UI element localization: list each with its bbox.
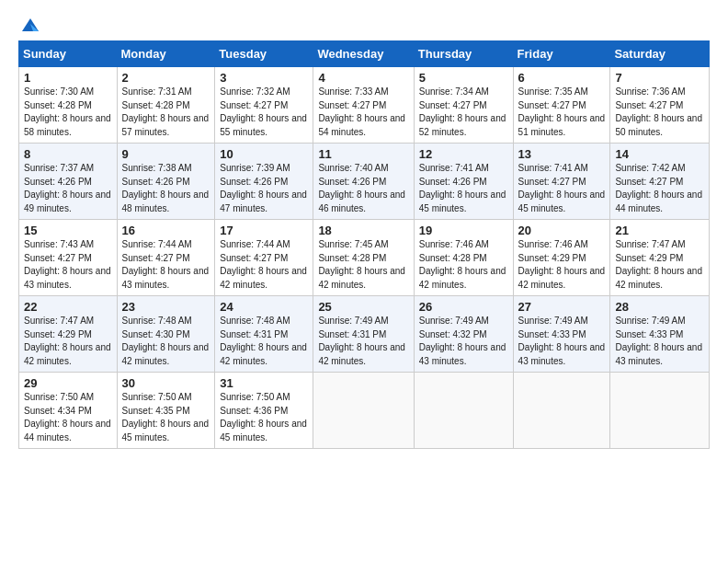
day-number: 26 [419,300,508,314]
calendar-cell: 22 Sunrise: 7:47 AM Sunset: 4:29 PM Dayl… [19,296,118,373]
day-info: Sunrise: 7:49 AM Sunset: 4:32 PM Dayligh… [419,315,508,368]
calendar-cell: 25 Sunrise: 7:49 AM Sunset: 4:31 PM Dayl… [313,296,414,373]
day-info: Sunrise: 7:49 AM Sunset: 4:33 PM Dayligh… [518,315,606,368]
calendar-cell [610,373,710,449]
day-number: 4 [318,71,408,85]
day-info: Sunrise: 7:31 AM Sunset: 4:28 PM Dayligh… [122,86,210,139]
calendar-cell: 24 Sunrise: 7:48 AM Sunset: 4:31 PM Dayl… [215,296,313,373]
day-info: Sunrise: 7:36 AM Sunset: 4:27 PM Dayligh… [615,86,704,139]
day-info: Sunrise: 7:47 AM Sunset: 4:29 PM Dayligh… [24,315,112,368]
weekday-header-thursday: Thursday [414,41,513,67]
calendar-cell: 5 Sunrise: 7:34 AM Sunset: 4:27 PM Dayli… [414,67,513,144]
day-info: Sunrise: 7:35 AM Sunset: 4:27 PM Dayligh… [518,86,606,139]
day-number: 19 [419,224,508,237]
calendar: SundayMondayTuesdayWednesdayThursdayFrid… [18,40,710,449]
day-info: Sunrise: 7:49 AM Sunset: 4:31 PM Dayligh… [318,315,408,368]
day-number: 20 [518,224,606,237]
day-number: 30 [122,376,210,390]
weekday-header-friday: Friday [513,41,610,67]
day-number: 6 [518,71,606,85]
weekday-header-row: SundayMondayTuesdayWednesdayThursdayFrid… [19,41,710,67]
day-number: 14 [615,147,704,161]
day-number: 11 [318,147,408,161]
day-number: 1 [24,71,112,85]
weekday-header-saturday: Saturday [610,41,710,67]
weekday-header-monday: Monday [117,41,215,67]
day-number: 15 [24,224,112,237]
day-info: Sunrise: 7:46 AM Sunset: 4:29 PM Dayligh… [518,238,606,292]
day-info: Sunrise: 7:34 AM Sunset: 4:27 PM Dayligh… [419,86,508,139]
day-number: 2 [122,71,210,85]
day-info: Sunrise: 7:44 AM Sunset: 4:27 PM Dayligh… [122,238,210,292]
day-info: Sunrise: 7:39 AM Sunset: 4:26 PM Dayligh… [220,162,308,215]
calendar-cell: 7 Sunrise: 7:36 AM Sunset: 4:27 PM Dayli… [610,67,710,144]
calendar-week-row: 8 Sunrise: 7:37 AM Sunset: 4:26 PM Dayli… [19,144,710,220]
calendar-cell [513,373,610,449]
calendar-cell: 27 Sunrise: 7:49 AM Sunset: 4:33 PM Dayl… [513,296,610,373]
calendar-cell: 6 Sunrise: 7:35 AM Sunset: 4:27 PM Dayli… [513,67,610,144]
day-info: Sunrise: 7:38 AM Sunset: 4:26 PM Dayligh… [122,162,210,215]
day-info: Sunrise: 7:32 AM Sunset: 4:27 PM Dayligh… [220,86,308,139]
calendar-cell: 1 Sunrise: 7:30 AM Sunset: 4:28 PM Dayli… [19,67,118,144]
calendar-week-row: 1 Sunrise: 7:30 AM Sunset: 4:28 PM Dayli… [19,67,710,144]
day-info: Sunrise: 7:50 AM Sunset: 4:34 PM Dayligh… [24,391,112,444]
calendar-cell: 8 Sunrise: 7:37 AM Sunset: 4:26 PM Dayli… [19,144,118,220]
calendar-cell: 13 Sunrise: 7:41 AM Sunset: 4:27 PM Dayl… [513,144,610,220]
weekday-header-sunday: Sunday [19,41,118,67]
day-info: Sunrise: 7:33 AM Sunset: 4:27 PM Dayligh… [318,86,408,139]
calendar-week-row: 22 Sunrise: 7:47 AM Sunset: 4:29 PM Dayl… [19,296,710,373]
day-number: 22 [24,300,112,314]
calendar-week-row: 29 Sunrise: 7:50 AM Sunset: 4:34 PM Dayl… [19,373,710,449]
day-info: Sunrise: 7:40 AM Sunset: 4:26 PM Dayligh… [318,162,408,215]
day-info: Sunrise: 7:48 AM Sunset: 4:30 PM Dayligh… [122,315,210,368]
day-number: 9 [122,147,210,161]
calendar-cell [414,373,513,449]
day-number: 23 [122,300,210,314]
day-number: 7 [615,71,704,85]
day-number: 16 [122,224,210,237]
day-number: 13 [518,147,606,161]
day-info: Sunrise: 7:50 AM Sunset: 4:35 PM Dayligh… [122,391,210,444]
calendar-cell: 9 Sunrise: 7:38 AM Sunset: 4:26 PM Dayli… [117,144,215,220]
page: SundayMondayTuesdayWednesdayThursdayFrid… [0,0,728,563]
calendar-cell: 10 Sunrise: 7:39 AM Sunset: 4:26 PM Dayl… [215,144,313,220]
calendar-cell: 19 Sunrise: 7:46 AM Sunset: 4:28 PM Dayl… [414,220,513,296]
day-number: 21 [615,224,704,237]
day-info: Sunrise: 7:37 AM Sunset: 4:26 PM Dayligh… [24,162,112,215]
calendar-cell [313,373,414,449]
day-number: 29 [24,376,112,390]
day-info: Sunrise: 7:48 AM Sunset: 4:31 PM Dayligh… [220,315,308,368]
day-info: Sunrise: 7:43 AM Sunset: 4:27 PM Dayligh… [24,238,112,292]
day-number: 8 [24,147,112,161]
day-info: Sunrise: 7:41 AM Sunset: 4:27 PM Dayligh… [518,162,606,215]
day-info: Sunrise: 7:30 AM Sunset: 4:28 PM Dayligh… [24,86,112,139]
day-info: Sunrise: 7:44 AM Sunset: 4:27 PM Dayligh… [220,238,308,292]
calendar-cell: 21 Sunrise: 7:47 AM Sunset: 4:29 PM Dayl… [610,220,710,296]
calendar-cell: 15 Sunrise: 7:43 AM Sunset: 4:27 PM Dayl… [19,220,118,296]
calendar-cell: 3 Sunrise: 7:32 AM Sunset: 4:27 PM Dayli… [215,67,313,144]
day-number: 18 [318,224,408,237]
calendar-cell: 23 Sunrise: 7:48 AM Sunset: 4:30 PM Dayl… [117,296,215,373]
day-info: Sunrise: 7:45 AM Sunset: 4:28 PM Dayligh… [318,238,408,292]
day-info: Sunrise: 7:41 AM Sunset: 4:26 PM Dayligh… [419,162,508,215]
day-info: Sunrise: 7:49 AM Sunset: 4:33 PM Dayligh… [615,315,704,368]
day-number: 10 [220,147,308,161]
calendar-cell: 31 Sunrise: 7:50 AM Sunset: 4:36 PM Dayl… [215,373,313,449]
calendar-cell: 17 Sunrise: 7:44 AM Sunset: 4:27 PM Dayl… [215,220,313,296]
calendar-cell: 2 Sunrise: 7:31 AM Sunset: 4:28 PM Dayli… [117,67,215,144]
calendar-cell: 20 Sunrise: 7:46 AM Sunset: 4:29 PM Dayl… [513,220,610,296]
day-number: 5 [419,71,508,85]
day-number: 24 [220,300,308,314]
calendar-cell: 4 Sunrise: 7:33 AM Sunset: 4:27 PM Dayli… [313,67,414,144]
day-number: 27 [518,300,606,314]
calendar-cell: 29 Sunrise: 7:50 AM Sunset: 4:34 PM Dayl… [19,373,118,449]
day-number: 28 [615,300,704,314]
logo [18,15,40,31]
day-number: 31 [220,376,308,390]
day-info: Sunrise: 7:46 AM Sunset: 4:28 PM Dayligh… [419,238,508,292]
day-info: Sunrise: 7:47 AM Sunset: 4:29 PM Dayligh… [615,238,704,292]
calendar-cell: 16 Sunrise: 7:44 AM Sunset: 4:27 PM Dayl… [117,220,215,296]
day-number: 17 [220,224,308,237]
logo-icon [20,15,40,35]
calendar-cell: 18 Sunrise: 7:45 AM Sunset: 4:28 PM Dayl… [313,220,414,296]
